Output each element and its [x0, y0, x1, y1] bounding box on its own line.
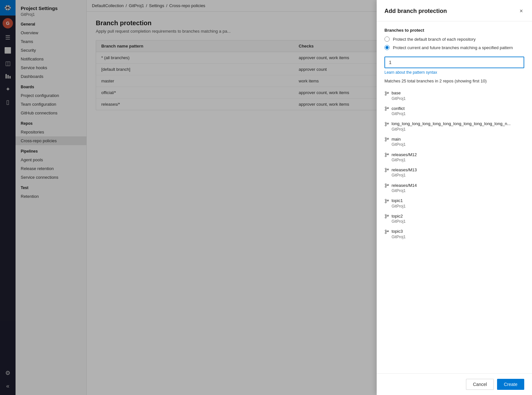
svg-point-3 [385, 91, 386, 93]
radio-input-pattern[interactable] [384, 45, 390, 50]
svg-point-22 [385, 186, 386, 187]
radio-option-pattern[interactable]: Protect current and future branches matc… [384, 45, 524, 50]
modal-header: Add branch protection × [377, 0, 532, 21]
branch-list: base GitProj1 conflict GitProj1 [384, 88, 524, 242]
branch-repo: GitProj1 [392, 219, 524, 224]
branch-icon [384, 106, 389, 111]
branch-list-item: releases/M12 GitProj1 [384, 149, 524, 165]
branch-name: conflict [392, 106, 405, 111]
svg-point-31 [385, 232, 386, 234]
modal-close-button[interactable]: × [518, 6, 524, 16]
create-button[interactable]: Create [497, 379, 524, 390]
branch-repo: GitProj1 [392, 112, 524, 116]
branch-name: topic3 [392, 229, 403, 234]
radio-group-protection: Protect the default branch of each repos… [384, 37, 524, 50]
svg-point-21 [385, 184, 386, 185]
branch-icon [384, 214, 389, 219]
branch-list-item: conflict GitProj1 [384, 103, 524, 119]
radio-option-default[interactable]: Protect the default branch of each repos… [384, 37, 524, 42]
branch-list-item: main GitProj1 [384, 134, 524, 150]
svg-point-15 [385, 153, 386, 154]
radio-input-default[interactable] [384, 37, 390, 42]
branch-list-item: topic2 GitProj1 [384, 211, 524, 227]
branch-repo: GitProj1 [392, 235, 524, 239]
branch-icon [384, 121, 389, 126]
branch-repo: GitProj1 [392, 96, 524, 101]
svg-point-18 [385, 168, 386, 169]
branches-to-protect-label: Branches to protect [384, 28, 524, 33]
branch-icon [384, 198, 389, 203]
branch-name: topic2 [392, 214, 403, 219]
svg-point-30 [385, 230, 386, 231]
modal-footer: Cancel Create [377, 373, 532, 395]
branch-repo: GitProj1 [392, 142, 524, 147]
modal-panel: Add branch protection × Branches to prot… [377, 0, 532, 395]
radio-label-default: Protect the default branch of each repos… [393, 37, 476, 42]
branch-icon [384, 167, 389, 173]
radio-label-pattern: Protect current and future branches matc… [393, 45, 513, 50]
svg-point-7 [385, 109, 386, 111]
branch-icon [384, 137, 389, 142]
branch-name: releases/M13 [392, 167, 417, 172]
cancel-button[interactable]: Cancel [466, 379, 494, 390]
branch-icon [384, 229, 389, 234]
svg-point-27 [385, 214, 386, 216]
branch-list-item: topic3 GitProj1 [384, 226, 524, 242]
branch-icon [384, 152, 389, 157]
branch-icon [384, 91, 389, 96]
branch-list-item: topic1 GitProj1 [384, 196, 524, 211]
branch-list-item: releases/M13 GitProj1 [384, 165, 524, 180]
branch-repo: GitProj1 [392, 188, 524, 193]
modal-title: Add branch protection [384, 8, 447, 15]
svg-point-13 [385, 140, 386, 141]
match-summary: Matches 25 total branches in 2 repos (sh… [384, 79, 524, 83]
branch-name: releases/M14 [392, 183, 417, 188]
svg-point-24 [385, 199, 386, 200]
svg-point-25 [385, 202, 386, 203]
pattern-input-wrapper [384, 57, 524, 68]
modal-body: Branches to protect Protect the default … [377, 21, 532, 373]
branch-list-item: base GitProj1 [384, 88, 524, 103]
branch-name: topic1 [392, 198, 403, 203]
svg-point-12 [385, 137, 386, 139]
svg-point-10 [385, 125, 386, 126]
branch-list-item: long_long_long_long_long_long_long_long_… [384, 119, 524, 134]
branch-repo: GitProj1 [392, 127, 524, 132]
branch-name: main [392, 137, 401, 142]
branch-name: releases/M12 [392, 152, 417, 157]
svg-point-16 [385, 155, 386, 157]
svg-point-4 [385, 94, 386, 95]
branch-name: long_long_long_long_long_long_long_long_… [392, 121, 511, 126]
branch-repo: GitProj1 [392, 173, 524, 177]
svg-point-28 [385, 217, 386, 218]
branch-name: base [392, 91, 401, 95]
branch-repo: GitProj1 [392, 204, 524, 208]
svg-point-6 [385, 107, 386, 108]
branch-icon [384, 183, 389, 188]
svg-point-19 [385, 171, 386, 172]
branch-repo: GitProj1 [392, 158, 524, 162]
pattern-hint-link[interactable]: Learn about the pattern syntax [384, 70, 524, 75]
svg-point-9 [385, 122, 386, 123]
branch-list-item: releases/M14 GitProj1 [384, 180, 524, 196]
modal-overlay[interactable]: Add branch protection × Branches to prot… [0, 0, 532, 395]
pattern-input[interactable] [384, 57, 524, 68]
